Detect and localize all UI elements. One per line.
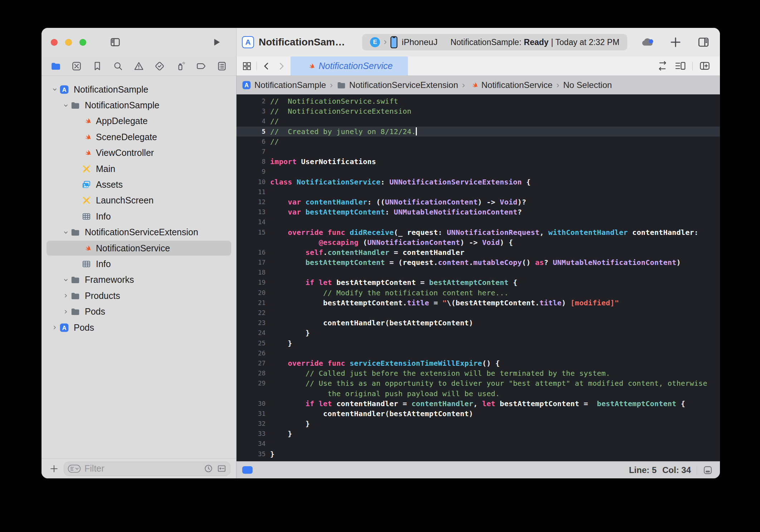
code-line-32[interactable]: 32 }	[237, 419, 720, 429]
related-items-icon[interactable]	[242, 61, 252, 71]
filter-field[interactable]: Filter	[64, 462, 230, 476]
go-forward-icon[interactable]	[276, 61, 286, 71]
code-line-2[interactable]: 2// NotificationService.swift	[237, 96, 720, 106]
code-line-10[interactable]: 10class NotificationService: UNNotificat…	[237, 177, 720, 187]
bookmarks-navigator-icon[interactable]	[92, 61, 103, 72]
project-navigator-icon[interactable]	[50, 61, 61, 72]
breadcrumb-item-selection[interactable]: No Selection	[563, 80, 612, 90]
chevron-down-icon[interactable]	[50, 87, 59, 92]
source-code-editor[interactable]: 2// NotificationService.swift3// Notific…	[237, 94, 720, 461]
code-line-7[interactable]: 7	[237, 147, 720, 157]
toggle-navigator-icon[interactable]	[109, 36, 121, 48]
minimize-button[interactable]	[65, 39, 72, 46]
scheme-status-pill[interactable]: E › iPhoneuJ NotificationSample:Ready| T…	[362, 34, 627, 50]
code-line-30[interactable]: 30 if let contentHandler = contentHandle…	[237, 399, 720, 409]
code-line-wrap[interactable]: @escaping (UNNotificationContent) -> Voi…	[237, 237, 720, 247]
code-text: if let bestAttemptContent = bestAttemptC…	[270, 278, 517, 287]
code-coverage-chip[interactable]	[242, 466, 253, 474]
code-line-27[interactable]: 27 override func serviceExtensionTimeWil…	[237, 358, 720, 368]
scheme-icon[interactable]: E	[370, 37, 380, 47]
source-control-filter-icon[interactable]	[217, 464, 226, 473]
code-line-8[interactable]: 8import UserNotifications	[237, 157, 720, 167]
reports-navigator-icon[interactable]	[216, 61, 227, 72]
breadcrumb-item-file[interactable]: NotificationService	[469, 80, 552, 90]
source-control-navigator-icon[interactable]	[71, 61, 82, 72]
code-line-28[interactable]: 28 // Called just before the extension w…	[237, 368, 720, 378]
code-line-24[interactable]: 24 }	[237, 328, 720, 338]
tree-item-appdelegate[interactable]: AppDelegate	[42, 113, 236, 129]
toggle-inspector-icon[interactable]	[697, 37, 710, 48]
chevron-right-icon[interactable]	[61, 293, 70, 299]
tree-item-info[interactable]: Info	[42, 208, 236, 224]
code-line-35[interactable]: 35}	[237, 449, 720, 459]
code-line-5[interactable]: 5// Created by junely on 8/12/24.	[237, 127, 720, 137]
breakpoints-navigator-icon[interactable]	[196, 61, 206, 72]
add-editor-icon[interactable]	[699, 61, 711, 71]
tests-navigator-icon[interactable]	[154, 61, 165, 72]
code-line-26[interactable]: 26	[237, 348, 720, 358]
chevron-right-icon[interactable]	[61, 309, 70, 315]
tree-item-notificationservice[interactable]: NotificationService	[42, 240, 236, 256]
add-file-icon[interactable]	[49, 464, 59, 473]
code-line-29[interactable]: 29 // Use this as an opportunity to deli…	[237, 378, 720, 388]
breadcrumb-item-project[interactable]: A NotificationSample	[242, 80, 326, 90]
code-line-21[interactable]: 21 bestAttemptContent.title = "\(bestAtt…	[237, 298, 720, 308]
code-line-25[interactable]: 25 }	[237, 338, 720, 348]
tree-item-notificationserviceextension[interactable]: NotificationServiceExtension	[42, 225, 236, 240]
tree-item-pods[interactable]: APods	[42, 320, 236, 335]
tree-item-main[interactable]: Main	[42, 161, 236, 177]
find-navigator-icon[interactable]	[113, 61, 123, 72]
tree-item-launchscreen[interactable]: LaunchScreen	[42, 193, 236, 208]
filter-options-icon[interactable]	[68, 464, 81, 473]
code-line-14[interactable]: 14	[237, 217, 720, 227]
go-back-icon[interactable]	[262, 61, 272, 71]
code-line-9[interactable]: 9	[237, 167, 720, 177]
code-line-15[interactable]: 15 override func didReceive(_ request: U…	[237, 227, 720, 237]
code-line-13[interactable]: 13 var bestAttemptContent: UNMutableNoti…	[237, 207, 720, 217]
tree-item-frameworks[interactable]: Frameworks	[42, 272, 236, 288]
code-line-31[interactable]: 31 contentHandler(bestAttemptContent)	[237, 409, 720, 419]
chevron-right-icon[interactable]	[50, 325, 59, 330]
tree-item-pods[interactable]: Pods	[42, 304, 236, 319]
code-line-23[interactable]: 23 contentHandler(bestAttemptContent)	[237, 318, 720, 328]
run-destination[interactable]: iPhoneuJ	[402, 37, 438, 47]
editor-options-icon[interactable]	[674, 61, 686, 71]
close-button[interactable]	[51, 39, 58, 46]
adjust-editor-icon[interactable]	[703, 465, 713, 475]
tree-item-assets[interactable]: Assets	[42, 177, 236, 192]
tree-item-viewcontroller[interactable]: ViewController	[42, 145, 236, 161]
tree-item-products[interactable]: Products	[42, 288, 236, 304]
code-line-4[interactable]: 4//	[237, 116, 720, 126]
code-line-16[interactable]: 16 self.contentHandler = contentHandler	[237, 247, 720, 257]
code-line-22[interactable]: 22	[237, 308, 720, 318]
recent-files-icon[interactable]	[204, 464, 213, 473]
chevron-down-icon[interactable]	[61, 103, 70, 108]
code-line-33[interactable]: 33 }	[237, 429, 720, 439]
code-line-12[interactable]: 12 var contentHandler: ((UNNotificationC…	[237, 197, 720, 207]
code-line-6[interactable]: 6//	[237, 137, 720, 147]
cloud-sync-icon[interactable]	[641, 37, 654, 48]
chevron-down-icon[interactable]	[61, 230, 70, 235]
code-line-18[interactable]: 18	[237, 267, 720, 277]
breadcrumb-item-group[interactable]: NotificationServiceExtension	[337, 80, 458, 90]
tree-item-scenedelegate[interactable]: SceneDelegate	[42, 129, 236, 145]
code-line-34[interactable]: 34	[237, 439, 720, 449]
issues-navigator-icon[interactable]	[133, 61, 144, 72]
tree-item-notificationsample[interactable]: ANotificationSample	[42, 82, 236, 97]
debug-navigator-icon[interactable]	[175, 61, 186, 72]
code-line-20[interactable]: 20 // Modify the notification content he…	[237, 288, 720, 298]
add-icon[interactable]	[669, 37, 682, 48]
code-line-11[interactable]: 11	[237, 187, 720, 197]
code-text: class NotificationService: UNNotificatio…	[270, 178, 531, 186]
tab-notificationservice[interactable]: NotificationService	[291, 56, 408, 75]
tree-item-info[interactable]: Info	[42, 256, 236, 272]
code-line-3[interactable]: 3// NotificationServiceExtension	[237, 106, 720, 116]
tree-item-notificationsample[interactable]: NotificationSample	[42, 97, 236, 113]
chevron-down-icon[interactable]	[61, 277, 70, 283]
code-line-17[interactable]: 17 bestAttemptContent = (request.content…	[237, 257, 720, 267]
run-button[interactable]	[211, 37, 222, 48]
zoom-button[interactable]	[79, 39, 86, 46]
code-review-icon[interactable]	[657, 61, 668, 71]
code-line-19[interactable]: 19 if let bestAttemptContent = bestAttem…	[237, 277, 720, 287]
code-line-wrap[interactable]: the original push payload will be used.	[237, 388, 720, 398]
